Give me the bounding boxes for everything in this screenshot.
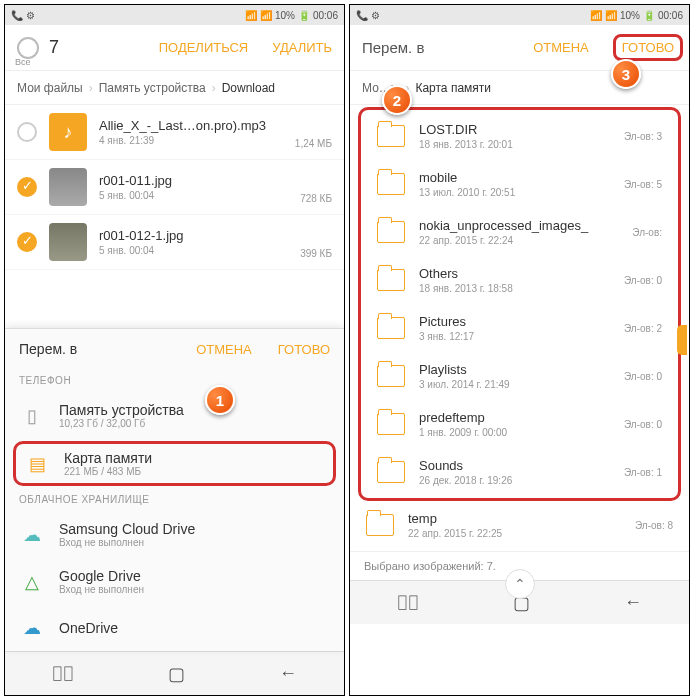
folder-row[interactable]: nokia_unprocessed_images_22 апр. 2015 г.… [363, 208, 676, 256]
status-icons-left: 📞 ⚙ [11, 10, 35, 21]
app-bar: Все 7 ПОДЕЛИТЬСЯ УДАЛИТЬ [5, 25, 344, 71]
file-checkbox[interactable] [17, 232, 37, 252]
image-thumb [49, 223, 87, 261]
status-icons-left: 📞 ⚙ [356, 10, 380, 21]
breadcrumb[interactable]: Мои файлы› Память устройства› Download [5, 71, 344, 105]
folder-icon [377, 221, 405, 243]
nav-bar: ⌷⌷ ▢ ← [5, 651, 344, 695]
sheet-title: Перем. в [19, 341, 170, 357]
gdrive-icon: △ [19, 569, 45, 595]
folder-row[interactable]: mobile13 июл. 2010 г. 20:51Эл-ов: 5 [363, 160, 676, 208]
storage-sdcard[interactable]: ▤ Карта памяти221 МБ / 483 МБ [20, 450, 329, 477]
folder-icon [377, 125, 405, 147]
cloud-onedrive[interactable]: ☁ OneDrive [5, 605, 344, 651]
folder-row[interactable]: predeftemp1 янв. 2009 г. 00:00Эл-ов: 0 [363, 400, 676, 448]
folder-list: LOST.DIR18 янв. 2013 г. 20:01Эл-ов: 3mob… [350, 105, 689, 551]
move-sheet: Перем. в ОТМЕНА ГОТОВО ТЕЛЕФОН ▯ Память … [5, 328, 344, 651]
delete-button[interactable]: УДАЛИТЬ [272, 40, 332, 55]
phone-icon: ▯ [19, 403, 45, 429]
nav-recent[interactable]: ⌷⌷ [52, 663, 74, 684]
folder-row[interactable]: LOST.DIR18 янв. 2013 г. 20:01Эл-ов: 3 [363, 112, 676, 160]
folder-row[interactable]: temp22 апр. 2015 г. 22:25 Эл-ов: 8 [352, 501, 687, 549]
status-icons-right: 📶 📶 10% 🔋 00:06 [590, 10, 683, 21]
marker-1: 1 [205, 385, 235, 415]
folder-icon [377, 269, 405, 291]
file-checkbox[interactable] [17, 177, 37, 197]
select-all-checkbox[interactable] [17, 37, 39, 59]
onedrive-icon: ☁ [19, 615, 45, 641]
folder-icon [377, 413, 405, 435]
done-button[interactable]: ГОТОВО [613, 34, 683, 61]
selection-count: 7 [49, 37, 135, 58]
page-title: Перем. в [362, 39, 509, 56]
cloud-samsung[interactable]: ☁ Samsung Cloud DriveВход не выполнен [5, 511, 344, 558]
folder-icon [366, 514, 394, 536]
nav-recent[interactable]: ⌷⌷ [397, 592, 419, 613]
crumb-root[interactable]: Мои файлы [17, 81, 83, 95]
category-phone: ТЕЛЕФОН [5, 369, 344, 392]
file-checkbox[interactable] [17, 122, 37, 142]
highlight-sd: ▤ Карта памяти221 МБ / 483 МБ [13, 441, 336, 486]
folder-icon [377, 461, 405, 483]
folder-icon [377, 365, 405, 387]
crumb-current: Карта памяти [415, 81, 491, 95]
nav-back[interactable]: ← [279, 663, 297, 684]
file-row[interactable]: r001-011.jpg5 янв. 00:04 728 КБ [5, 160, 344, 215]
scroll-top-button[interactable]: ⌃ [505, 569, 535, 599]
music-icon: ♪ [49, 113, 87, 151]
status-bar: 📞 ⚙ 📶 📶 10% 🔋 00:06 [5, 5, 344, 25]
select-all-label: Все [15, 57, 31, 67]
app-bar: Перем. в ОТМЕНА ГОТОВО [350, 25, 689, 71]
crumb-device[interactable]: Память устройства [99, 81, 206, 95]
folder-row[interactable]: Sounds26 дек. 2018 г. 19:26Эл-ов: 1 [363, 448, 676, 496]
done-button[interactable]: ГОТОВО [278, 342, 330, 357]
cloud-google[interactable]: △ Google DriveВход не выполнен [5, 558, 344, 605]
status-bar: 📞 ⚙ 📶 📶 10% 🔋 00:06 [350, 5, 689, 25]
storage-device[interactable]: ▯ Память устройства10,23 Гб / 32,00 Гб [5, 392, 344, 439]
folder-row[interactable]: Others18 янв. 2013 г. 18:58Эл-ов: 0 [363, 256, 676, 304]
sdcard-icon: ▤ [24, 451, 50, 477]
folder-icon [377, 317, 405, 339]
highlight-folders: LOST.DIR18 янв. 2013 г. 20:01Эл-ов: 3mob… [358, 107, 681, 501]
status-icons-right: 📶 📶 10% 🔋 00:06 [245, 10, 338, 21]
cloud-icon: ☁ [19, 522, 45, 548]
scroll-handle[interactable] [677, 325, 687, 355]
cancel-button[interactable]: ОТМЕНА [196, 342, 252, 357]
share-button[interactable]: ПОДЕЛИТЬСЯ [159, 40, 248, 55]
image-thumb [49, 168, 87, 206]
nav-home[interactable]: ▢ [168, 663, 185, 685]
marker-2: 2 [382, 85, 412, 115]
file-row[interactable]: r001-012-1.jpg5 янв. 00:04 399 КБ [5, 215, 344, 270]
cancel-button[interactable]: ОТМЕНА [533, 40, 589, 55]
phone-right: 📞 ⚙ 📶 📶 10% 🔋 00:06 Перем. в ОТМЕНА ГОТО… [349, 4, 690, 696]
file-row[interactable]: ♪ Allie_X_-_Last…on.pro).mp34 янв. 21:39… [5, 105, 344, 160]
nav-back[interactable]: ← [624, 592, 642, 613]
category-cloud: ОБЛАЧНОЕ ХРАНИЛИЩЕ [5, 488, 344, 511]
marker-3: 3 [611, 59, 641, 89]
phone-left: 📞 ⚙ 📶 📶 10% 🔋 00:06 Все 7 ПОДЕЛИТЬСЯ УДА… [4, 4, 345, 696]
folder-icon [377, 173, 405, 195]
folder-row[interactable]: Playlists3 июл. 2014 г. 21:49Эл-ов: 0 [363, 352, 676, 400]
folder-row[interactable]: Pictures3 янв. 12:17Эл-ов: 2 [363, 304, 676, 352]
crumb-current: Download [222, 81, 275, 95]
